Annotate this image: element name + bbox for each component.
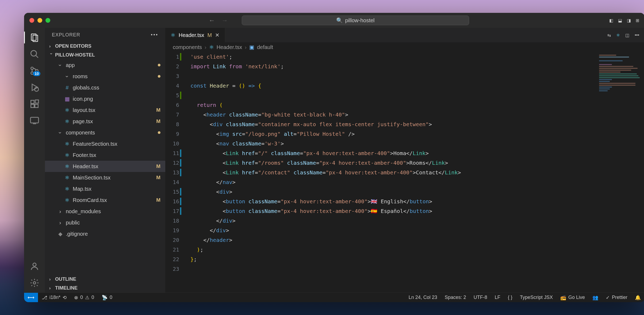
tree-item-node_modules[interactable]: ›node_modules [45,206,165,217]
sidebar-header: EXPLORER ••• [45,28,165,42]
activity-bar: 10 [24,28,45,292]
tree-item-MainSection-tsx[interactable]: ⚛MainSection.tsxM [45,172,165,183]
command-center-search[interactable]: 🔍 pillow-hostel [242,16,469,25]
svg-rect-9 [31,100,34,104]
react-action-icon[interactable]: ⚛ [616,33,620,38]
nav-back-button[interactable]: ← [209,17,215,24]
tree-item--gitignore[interactable]: ◆.gitignore [45,228,165,239]
modified-indicator: M [156,175,160,181]
timeline-section[interactable]: › TIMELINE [45,284,165,292]
title-bar: ← → 🔍 pillow-hostel ◧ ⬓ ◨ ⊞ [24,13,644,28]
svg-rect-13 [30,117,39,123]
account-activity-icon[interactable] [30,261,39,271]
maximize-window-button[interactable] [45,18,50,23]
bracket-item[interactable]: { } [504,295,516,301]
indentation-item[interactable]: Spaces: 2 [441,295,470,301]
tree-item-public[interactable]: ›public [45,217,165,228]
git-branch-item[interactable]: ⎇ i18n* ⟲ [38,295,70,301]
tree-item-Footer-tsx[interactable]: ⚛Footer.tsx [45,149,165,161]
tree-item-label: Header.tsx [73,163,154,170]
css-file-icon: # [66,85,68,91]
modified-dot-icon [158,75,160,78]
tree-item-globals-css[interactable]: #globals.css [45,82,165,93]
tree-item-app[interactable]: ›app [45,59,165,71]
editor-area: ⚛ Header.tsx M ✕ ⇆ ⚛ ◫ ••• components › … [165,28,644,292]
tree-item-label: Map.tsx [73,186,160,192]
tree-item-FeatureSection-tsx[interactable]: ⚛FeatureSection.tsx [45,138,165,149]
scm-badge: 10 [33,71,40,76]
layout-bottom-icon[interactable]: ⬓ [618,18,622,23]
search-activity-icon[interactable] [30,49,39,59]
modified-indicator: M [156,118,160,124]
tab-close-icon[interactable]: ✕ [215,32,220,38]
settings-activity-icon[interactable] [30,278,39,288]
eol-item[interactable]: LF [491,295,504,301]
compare-changes-icon[interactable]: ⇆ [607,33,611,38]
tree-item-label: layout.tsx [73,107,154,113]
tab-modified-status: M [208,32,212,38]
outline-section[interactable]: › OUTLINE [45,275,165,284]
chevron-right-icon: › [49,44,53,49]
problems-item[interactable]: ⊗0 ⚠0 [70,295,98,301]
bell-icon: 🔔 [635,295,641,301]
remote-button[interactable]: ⟷ [24,293,38,302]
chevron-down-icon: › [57,64,63,66]
tab-header-tsx[interactable]: ⚛ Header.tsx M ✕ [165,28,225,42]
encoding-item[interactable]: UTF-8 [470,295,491,301]
tree-item-label: components [66,130,155,136]
svg-rect-12 [35,100,39,103]
notifications-item[interactable]: 🔔 [631,295,644,301]
svg-point-4 [31,67,33,70]
tree-item-components[interactable]: ›components [45,127,165,138]
layout-left-icon[interactable]: ◧ [609,18,613,23]
react-file-icon: ⚛ [171,32,175,38]
extensions-activity-icon[interactable] [30,99,39,109]
remote-activity-icon[interactable] [30,116,39,125]
modified-indicator: M [156,197,160,203]
breadcrumb-folder[interactable]: components [173,44,202,50]
code-editor[interactable]: 1234567891011121314151617181920212223 'u… [165,52,644,292]
explorer-more-icon[interactable]: ••• [151,32,158,38]
project-section[interactable]: › PILLOW-HOSTEL [45,51,165,59]
breadcrumb-file[interactable]: Header.tsx [217,44,242,50]
debug-activity-icon[interactable] [30,82,39,92]
symbol-icon: ▣ [249,44,254,50]
more-actions-icon[interactable]: ••• [635,33,639,38]
layout-customize-icon[interactable]: ⊞ [636,18,639,23]
nav-forward-button[interactable]: → [221,17,228,24]
tree-item-label: page.tsx [73,118,154,125]
scm-activity-icon[interactable]: 10 [30,66,39,76]
react-file-icon: ⚛ [209,44,214,50]
golive-item[interactable]: 📻Go Live [557,295,589,301]
svg-rect-11 [35,104,38,108]
close-window-button[interactable] [29,18,34,23]
tree-item-Header-tsx[interactable]: ⚛Header.tsxM [45,161,165,172]
sync-icon: ⟲ [63,295,67,301]
split-editor-icon[interactable]: ◫ [625,33,629,38]
language-item[interactable]: TypeScript JSX [516,295,557,301]
react-file-icon: ⚛ [65,141,70,147]
chevron-down-icon: › [49,53,54,57]
layout-right-icon[interactable]: ◨ [627,18,631,23]
tree-item-RoomCard-tsx[interactable]: ⚛RoomCard.tsxM [45,194,165,206]
tree-item-layout-tsx[interactable]: ⚛layout.tsxM [45,104,165,116]
react-file-icon: ⚛ [65,186,70,192]
prettier-item[interactable]: ✓Prettier [602,295,631,301]
breadcrumb-symbol[interactable]: default [257,44,273,50]
tree-item-rooms[interactable]: ›rooms [45,71,165,82]
breadcrumb[interactable]: components › ⚛ Header.tsx › ▣ default [165,42,644,52]
tree-item-Map-tsx[interactable]: ⚛Map.tsx [45,183,165,194]
ports-item[interactable]: 📡0 [98,295,116,301]
tree-item-icon-png[interactable]: ▦icon.png [45,93,165,104]
search-placeholder: pillow-hostel [345,17,374,24]
cursor-position-item[interactable]: Ln 24, Col 23 [405,295,441,301]
explorer-activity-icon[interactable] [30,33,39,42]
open-editors-section[interactable]: › OPEN EDITORS [45,42,165,51]
code-content[interactable]: 'use client';import Link from 'next/link… [184,52,644,292]
status-bar: ⟷ ⎇ i18n* ⟲ ⊗0 ⚠0 📡0 Ln 24, Col 23 Space… [24,292,644,302]
nav-arrows: ← → [209,17,228,24]
minimize-window-button[interactable] [37,18,42,23]
copilot-item[interactable]: 👥 [589,295,602,301]
tree-item-page-tsx[interactable]: ⚛page.tsxM [45,116,165,127]
react-file-icon: ⚛ [65,152,70,158]
